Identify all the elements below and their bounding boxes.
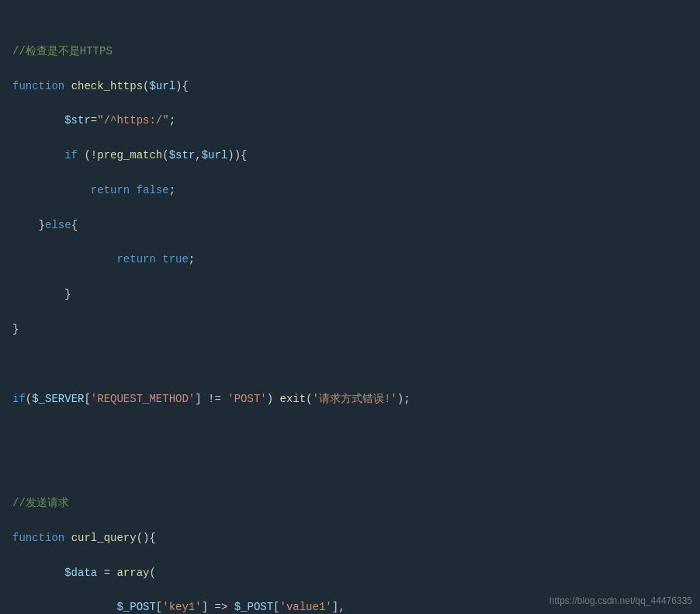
- line-9: }: [12, 321, 688, 338]
- line-16: $data = array(: [12, 564, 688, 581]
- comment-2: //发送请求: [12, 497, 69, 509]
- line-11: if($_SERVER['REQUEST_METHOD'] != 'POST')…: [12, 390, 688, 408]
- line-4: if (!preg_match($str,$url)){: [12, 147, 688, 164]
- line-1: //检查是不是HTTPS: [12, 43, 688, 60]
- line-15: function curl_query(){: [12, 529, 688, 546]
- comment-1: //检查是不是HTTPS: [12, 45, 113, 57]
- line-13: [12, 460, 688, 477]
- line-2: function check_https($url){: [12, 78, 688, 95]
- line-3: $str="/^https:/";: [12, 112, 688, 129]
- line-10: [12, 356, 688, 373]
- line-7: return true;: [12, 251, 688, 268]
- line-5: return false;: [12, 182, 688, 199]
- code-editor: //检查是不是HTTPS function check_https($url){…: [0, 0, 700, 614]
- line-8: }: [12, 286, 688, 303]
- line-12: [12, 425, 688, 442]
- line-14: //发送请求: [12, 494, 688, 512]
- line-6: }else{: [12, 217, 688, 234]
- watermark: https://blog.csdn.net/qq_44476335: [549, 595, 692, 606]
